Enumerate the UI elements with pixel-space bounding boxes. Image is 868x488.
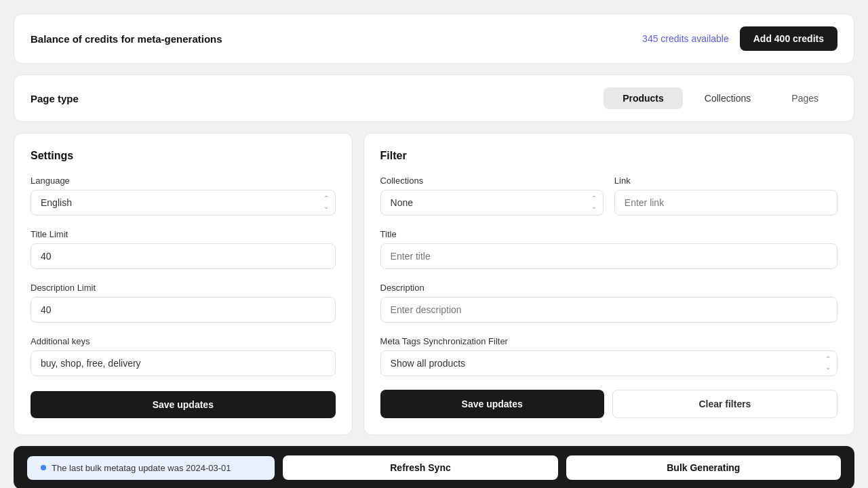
status-dot-icon [41,465,46,470]
filter-panel: Filter Collections None Link Title Descr… [363,133,854,435]
filter-description-input[interactable] [380,297,837,323]
collections-group: Collections None [380,176,604,216]
page-type-label: Page type [31,93,79,104]
settings-save-button[interactable]: Save updates [31,391,336,418]
filter-title-label: Title [380,229,837,239]
link-group: Link [614,176,837,216]
page-type-bar: Page type Products Collections Pages [14,75,854,122]
meta-tags-group: Meta Tags Synchronization Filter Show al… [380,336,837,376]
clear-filters-button[interactable]: Clear filters [612,390,837,418]
filter-description-label: Description [380,283,837,293]
main-content: Settings Language English Title Limit De… [14,133,854,435]
language-group: Language English [31,176,336,216]
credits-title: Balance of credits for meta-generations [31,33,222,45]
filter-title-group: Title [380,229,837,269]
language-select-wrapper[interactable]: English [31,190,336,216]
additional-keys-input[interactable] [31,350,336,376]
additional-keys-group: Additional keys [31,336,336,376]
refresh-sync-button[interactable]: Refresh Sync [283,455,557,480]
tab-pages[interactable]: Pages [772,87,837,109]
tab-collections[interactable]: Collections [686,87,770,109]
credits-bar: Balance of credits for meta-generations … [14,14,854,64]
page-type-tabs: Products Collections Pages [604,87,837,109]
link-input[interactable] [614,190,837,216]
description-limit-label: Description Limit [31,283,336,293]
title-limit-input[interactable] [31,243,336,269]
filter-title: Filter [380,150,837,162]
add-credits-button[interactable]: Add 400 credits [740,26,837,51]
title-limit-label: Title Limit [31,229,336,239]
language-select[interactable]: English [31,190,336,216]
credits-available: 345 credits available [642,33,729,44]
description-limit-group: Description Limit [31,283,336,323]
credits-bar-right: 345 credits available Add 400 credits [642,26,837,51]
filter-buttons: Save updates Clear filters [380,390,837,418]
description-limit-input[interactable] [31,297,336,323]
last-update-text: The last bulk metatag update was 2024-03… [52,463,231,473]
title-limit-group: Title Limit [31,229,336,269]
collections-select-wrapper[interactable]: None [380,190,604,216]
filter-description-group: Description [380,283,837,323]
collections-label: Collections [380,176,604,186]
settings-panel: Settings Language English Title Limit De… [14,133,353,435]
last-update-info: The last bulk metatag update was 2024-03… [27,456,275,480]
meta-tags-select-wrapper[interactable]: Show all products [380,350,837,376]
link-label: Link [614,176,837,186]
meta-tags-select[interactable]: Show all products [380,350,837,376]
additional-keys-label: Additional keys [31,336,336,346]
settings-title: Settings [31,150,336,162]
language-label: Language [31,176,336,186]
bottom-bar: The last bulk metatag update was 2024-03… [14,446,854,488]
bulk-generating-button[interactable]: Bulk Generating [566,455,841,480]
filter-title-input[interactable] [380,243,837,269]
meta-tags-label: Meta Tags Synchronization Filter [380,336,837,346]
collections-select[interactable]: None [380,190,604,216]
filter-save-button[interactable]: Save updates [380,390,604,418]
collections-link-row: Collections None Link [380,176,837,216]
tab-products[interactable]: Products [604,87,683,109]
